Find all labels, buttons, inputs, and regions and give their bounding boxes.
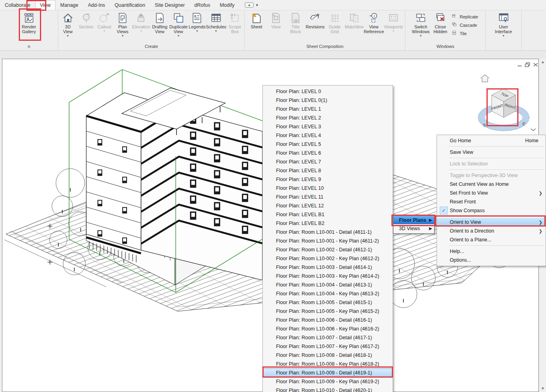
context-menu-item-help[interactable]: Help... (437, 247, 546, 256)
replicate-button[interactable]: Replicate (451, 13, 479, 20)
restore-window-icon[interactable] (525, 62, 530, 66)
submenu-item-3d-views[interactable]: 3D Views▶ (393, 224, 434, 233)
close-hidden-button[interactable]: CloseHidden (431, 12, 450, 34)
floor-plan-menu-item[interactable]: Floor Plan: Room L10-002 - Key Plan (461… (263, 254, 393, 263)
floor-plan-menu-item[interactable]: Floor Plan: LEVEL 0 (263, 87, 393, 96)
context-menu-item-go-home[interactable]: Go HomeHome (437, 136, 546, 145)
floor-plan-menu-item[interactable]: Floor Plan: Room L10-004 - Key Plan (461… (263, 289, 393, 298)
button-label: PlanViews (117, 24, 128, 34)
plan-views-button[interactable]: PlanViews▼ (114, 12, 131, 37)
tile-button[interactable]: Tile (451, 30, 479, 37)
floor-plan-menu-item[interactable]: Floor Plan: LEVEL 9 (263, 175, 393, 184)
ribbon-panel-buttons: SheetViewTitleBlockRevisionsGuideGridMat… (245, 10, 405, 43)
floor-plan-menu-item[interactable]: Floor Plan: Room L10-008 - Key Plan (461… (263, 360, 393, 368)
sheet-icon (251, 12, 262, 24)
floor-plan-menu-item[interactable]: Floor Plan: LEVEL 12 (263, 201, 393, 210)
tab-quantification[interactable]: Quantification (110, 0, 150, 10)
revit-window: CollaborateViewManageAdd-InsQuantificati… (0, 0, 546, 392)
menu-item-gutter (439, 171, 448, 179)
submenu-item-floor-plans[interactable]: Floor Plans▶ (393, 216, 434, 224)
context-menu-item-show-compass[interactable]: ✓Show Compass (437, 206, 546, 215)
minimize-window-icon[interactable] (517, 62, 522, 66)
context-menu-item-reset-front[interactable]: Reset Front (437, 197, 546, 206)
button-label: Elevation (132, 24, 150, 29)
floor-plan-menu-item[interactable]: Floor Plan: Room L10-001 - Key Plan (461… (263, 237, 393, 245)
legends-button[interactable]: Legends▼ (189, 12, 206, 32)
user-interface-button[interactable]: UserInterface▼ (494, 12, 513, 37)
floor-plan-menu-item[interactable]: Floor Plan: Room L10-005 - Key Plan (461… (263, 307, 393, 316)
view-reference-button[interactable]: 1ViewReference (365, 12, 383, 34)
context-menu-item-options[interactable]: Options... (437, 256, 546, 265)
drafting-view-button[interactable]: DraftingView (151, 12, 169, 34)
tab-view[interactable]: View (35, 0, 56, 10)
floor-plan-menu-item[interactable]: Floor Plan: Room L10-007 - Key Plan (461… (263, 342, 393, 351)
submenu-arrow-icon: ▶ (429, 226, 432, 231)
button-label: ViewReference (364, 24, 384, 34)
tab-add-ins[interactable]: Add-Ins (83, 0, 110, 10)
cascade-button[interactable]: Cascade (451, 22, 479, 29)
floor-plan-menu-item[interactable]: Floor Plan: Room L10-009 - Detail (4619-… (263, 368, 393, 377)
floor-plan-menu-item[interactable]: Floor Plan: Room L10-002 - Detail (4612-… (263, 245, 393, 254)
floor-plan-menu-item[interactable]: Floor Plan: LEVEL 11 (263, 193, 393, 201)
floor-plan-menu-item[interactable]: Floor Plan: LEVEL 0(1) (263, 96, 393, 105)
replicate-icon (452, 14, 458, 20)
tab-manage[interactable]: Manage (56, 0, 83, 10)
tab-drofus[interactable]: dRofus (190, 0, 215, 10)
floor-plan-menu-item[interactable]: Floor Plan: LEVEL 5 (263, 140, 393, 149)
button-label: Cascade (460, 23, 477, 28)
floor-plan-menu-item[interactable]: Floor Plan: Room L10-003 - Detail (4614-… (263, 263, 393, 272)
context-menu-item-orient-to-a-direction[interactable]: Orient to a Direction❯ (437, 227, 546, 235)
floor-plan-menu-item[interactable]: Floor Plan: Room L10-005 - Detail (4615-… (263, 298, 393, 307)
chevron-down-icon: ▼ (103, 30, 106, 32)
floor-plan-menu-item[interactable]: Floor Plan: Room L10-006 - Detail (4616-… (263, 316, 393, 324)
button-label: UserInterface (495, 24, 512, 34)
duplicate-view-button[interactable]: DuplicateView▼ (169, 12, 188, 37)
floor-plan-menu-item[interactable]: Floor Plan: Room L10-008 - Detail (4618-… (263, 351, 393, 360)
button-label: Viewports (384, 24, 403, 29)
menu-item-label: Show Compass (448, 208, 546, 213)
floor-plan-menu-item[interactable]: Floor Plan: LEVEL 1 (263, 105, 393, 113)
schedules-button[interactable]: Schedules▼ (206, 12, 225, 32)
floor-plan-menu-item[interactable]: Floor Plan: Room L10-007 - Detail (4617-… (263, 333, 393, 342)
view-cube[interactable]: TOPFRONTRIGHTSE (476, 70, 539, 138)
floor-plan-menu-item[interactable]: Floor Plan: LEVEL 7 (263, 157, 393, 166)
tab-site-designer[interactable]: Site Designer (150, 0, 190, 10)
ribbon-panel-buttons: UserInterface▼ (486, 10, 521, 43)
chevron-down-icon: ▼ (66, 34, 69, 37)
context-menu-item-save-view[interactable]: Save View (437, 148, 546, 157)
floor-plan-menu-item[interactable]: Floor Plan: LEVEL 10 (263, 184, 393, 193)
floor-plan-menu-item[interactable]: Floor Plan: LEVEL 6 (263, 149, 393, 157)
floor-plan-menu-item[interactable]: Floor Plan: Room L10-009 - Key Plan (461… (263, 377, 393, 386)
tab-collaborate[interactable]: Collaborate (0, 0, 35, 10)
context-menu-item-set-current-view-as-home[interactable]: Set Current View as Home (437, 180, 546, 189)
close-hidden-icon (435, 12, 446, 24)
floor-plan-menu-item[interactable]: Floor Plan: LEVEL 2 (263, 113, 393, 122)
switch-windows-button[interactable]: SwitchWindows▼ (411, 12, 430, 37)
submenu-arrow-icon: ❯ (539, 220, 542, 225)
floor-plan-menu-item[interactable]: Floor Plan: Room L10-003 - Key Plan (461… (263, 272, 393, 281)
render-gallery-button[interactable]: RenderGallery (20, 12, 38, 34)
revisions-button[interactable]: Revisions (306, 12, 325, 29)
context-menu-item-orient-to-a-plane[interactable]: Orient to a Plane... (437, 235, 546, 244)
floor-plan-menu-item[interactable]: Floor Plan: LEVEL B2 (263, 219, 393, 228)
chevron-up-icon[interactable]: ▲ (539, 59, 546, 66)
tab-modify[interactable]: Modify (215, 0, 239, 10)
floor-plan-menu-item[interactable]: Floor Plan: Room L10-010 - Detail (4620-… (263, 386, 393, 392)
button-label: Callout (97, 24, 111, 29)
floor-plan-menu-item[interactable]: Floor Plan: Room L10-001 - Detail (4611-… (263, 228, 393, 237)
chevron-down-icon[interactable]: ▼ (539, 385, 546, 392)
menu-item-label: Go Home (448, 138, 525, 143)
submenu-item-label: Floor Plans (399, 217, 426, 223)
floor-plan-menu-item[interactable]: Floor Plan: LEVEL B1 (263, 210, 393, 219)
context-menu-item-orient-to-view[interactable]: Orient to View❯ (437, 218, 546, 227)
floor-plan-menu-item[interactable]: Floor Plan: LEVEL 8 (263, 166, 393, 175)
floor-plan-menu-item[interactable]: Floor Plan: LEVEL 3 (263, 122, 393, 131)
close-window-icon[interactable] (533, 62, 538, 66)
floor-plan-menu-item[interactable]: Floor Plan: LEVEL 4 (263, 131, 393, 140)
floor-plan-menu-item[interactable]: Floor Plan: Room L10-004 - Detail (4613-… (263, 281, 393, 289)
context-menu-item-set-front-to-view[interactable]: Set Front to View❯ (437, 189, 546, 197)
sheet-button[interactable]: Sheet (247, 12, 266, 29)
floor-plan-menu-item[interactable]: Floor Plan: Room L10-006 - Key Plan (461… (263, 324, 393, 333)
3d-view-button[interactable]: 3DView▼ (59, 12, 77, 37)
ribbon-panel-toggle[interactable]: ▲▼ (245, 2, 259, 8)
